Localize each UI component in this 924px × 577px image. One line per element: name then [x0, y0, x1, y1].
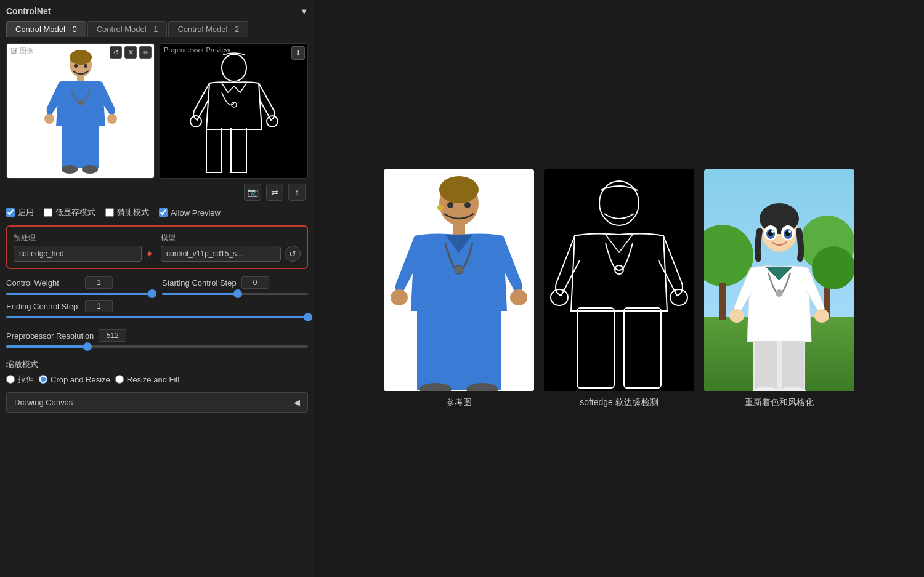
preprocessor-res-slider[interactable] — [6, 345, 308, 348]
edge-preview-image — [160, 44, 307, 178]
starting-step-value[interactable]: 0 — [241, 276, 269, 289]
svg-rect-8 — [83, 123, 98, 169]
preprocessor-label: 预处理 — [14, 233, 153, 243]
model-select[interactable]: control_v11p_sd15_s... — [161, 246, 281, 262]
svg-rect-23 — [453, 224, 465, 235]
svg-rect-28 — [464, 308, 501, 388]
dual-sliders-row: Control Weight 1 Starting Control Step 0 — [6, 276, 308, 300]
svg-point-57 — [788, 230, 791, 233]
svg-point-4 — [44, 114, 54, 124]
swap-btn[interactable]: ⇄ — [266, 184, 283, 201]
tab-control-model-0[interactable]: Control Model - 0 — [6, 21, 86, 37]
image-icon: 🖼 — [10, 47, 17, 55]
allow-preview-checkbox[interactable]: Allow Preview — [159, 208, 221, 217]
starting-step-row: Starting Control Step 0 — [162, 276, 308, 289]
svg-point-13 — [84, 64, 87, 68]
drawing-canvas-arrow-icon: ◀ — [294, 398, 300, 407]
preprocessor-res-label: Preprocessor Resolution — [6, 331, 94, 341]
zoom-options: 拉伸 Crop and Resize Resize and Fill — [6, 374, 308, 385]
preprocessor-res-fill — [6, 345, 87, 348]
fill-radio[interactable] — [115, 375, 124, 384]
control-weight-value[interactable]: 1 — [85, 276, 113, 289]
preprocessor-res-thumb[interactable] — [83, 342, 92, 351]
result-styled: 重新着色和风格化 — [704, 169, 854, 408]
control-weight-thumb[interactable] — [148, 289, 156, 298]
left-panel: ControlNet ▼ Control Model - 0 Control M… — [0, 0, 314, 577]
star-icon[interactable]: ✦ — [145, 248, 153, 260]
action-row: 📷 ⇄ ↑ — [6, 184, 308, 201]
upload-btn[interactable]: ↑ — [288, 184, 306, 201]
tab-control-model-2[interactable]: Control Model - 2 — [168, 21, 248, 37]
edit-image-btn[interactable]: ✏ — [139, 46, 152, 59]
starting-step-label: Starting Control Step — [162, 278, 237, 288]
low-vram-checkbox-input[interactable] — [44, 208, 52, 217]
model-label: 模型 — [161, 233, 301, 243]
starting-step-thumb[interactable] — [233, 289, 242, 298]
svg-rect-44 — [719, 283, 726, 320]
ending-step-value[interactable]: 1 — [85, 300, 113, 312]
download-preview-btn[interactable]: ⬇ — [291, 46, 305, 60]
close-image-btn[interactable]: ✕ — [124, 46, 137, 59]
drawing-canvas-row[interactable]: Drawing Canvas ◀ — [6, 392, 308, 413]
svg-point-11 — [78, 100, 83, 105]
svg-rect-27 — [417, 308, 454, 388]
svg-rect-62 — [755, 341, 777, 391]
control-weight-row: Control Weight 1 — [6, 276, 152, 289]
control-weight-slider[interactable] — [6, 293, 152, 295]
nurse-svg — [41, 46, 121, 176]
result-edge-svg — [544, 169, 694, 391]
ending-step-label: Ending Control Step — [6, 302, 80, 311]
crop-resize-option[interactable]: Crop and Resize — [39, 375, 110, 384]
result-styled-image — [704, 169, 854, 391]
svg-point-60 — [776, 289, 783, 297]
result-edge-caption: softedge 软边缘检测 — [580, 397, 659, 408]
svg-point-10 — [82, 165, 98, 174]
result-styled-caption: 重新着色和风格化 — [745, 397, 814, 408]
collapse-arrow-icon[interactable]: ▼ — [300, 7, 308, 16]
refresh-image-btn[interactable]: ↺ — [110, 46, 122, 59]
result-nurse-svg — [384, 169, 534, 391]
model-col: 模型 control_v11p_sd15_s... ↺ — [161, 233, 301, 262]
allow-preview-checkbox-input[interactable] — [159, 208, 168, 217]
svg-point-31 — [455, 265, 463, 274]
resize-fill-option[interactable]: Resize and Fill — [115, 375, 179, 384]
guess-mode-checkbox[interactable]: 猜测模式 — [105, 207, 149, 218]
model-section: 预处理 softedge_hed ✦ 模型 control_v11p_sd15_… — [6, 225, 308, 269]
ending-step-fill — [6, 316, 308, 318]
image-panel-label: 🖼 图像 — [10, 46, 33, 55]
camera-btn[interactable]: 📷 — [244, 184, 261, 201]
result-reference-caption: 参考图 — [446, 397, 472, 408]
input-image-panel: 🖼 图像 ↺ ✕ ✏ — [6, 43, 155, 179]
preprocessor-select[interactable]: softedge_hed — [14, 246, 142, 262]
preprocessor-res-value[interactable]: 512 — [99, 329, 126, 342]
ending-step-slider[interactable] — [6, 316, 308, 318]
starting-step-fill — [162, 293, 238, 295]
result-edge: softedge 软边缘检测 — [544, 169, 694, 408]
enable-checkbox[interactable]: 启用 — [6, 207, 34, 218]
svg-rect-7 — [62, 123, 78, 169]
drawing-canvas-label: Drawing Canvas — [14, 398, 73, 407]
right-panel: 参考图 — [314, 0, 924, 577]
svg-point-12 — [74, 64, 78, 68]
model-refresh-btn[interactable]: ↺ — [285, 246, 301, 262]
enable-checkbox-input[interactable] — [6, 208, 15, 217]
guess-mode-checkbox-input[interactable] — [105, 208, 114, 217]
controlnet-header: ControlNet ▼ — [6, 6, 308, 16]
svg-point-9 — [62, 165, 78, 174]
results-row: 参考图 — [384, 169, 854, 408]
low-vram-checkbox[interactable]: 低显存模式 — [44, 207, 95, 218]
edge-svg — [185, 46, 283, 176]
result-styled-svg — [704, 169, 854, 391]
image-panel-controls: ↺ ✕ ✏ — [110, 46, 152, 59]
crop-radio[interactable] — [39, 375, 47, 384]
starting-step-slider[interactable] — [162, 293, 308, 295]
svg-point-33 — [464, 202, 471, 208]
ending-step-thumb[interactable] — [304, 313, 312, 321]
stretch-option[interactable]: 拉伸 — [6, 374, 34, 385]
stretch-radio[interactable] — [6, 375, 15, 384]
svg-point-58 — [729, 309, 744, 323]
starting-step-col: Starting Control Step 0 — [162, 276, 308, 300]
control-weight-fill — [6, 293, 152, 295]
tab-control-model-1[interactable]: Control Model - 1 — [87, 21, 168, 37]
svg-point-59 — [814, 309, 829, 323]
